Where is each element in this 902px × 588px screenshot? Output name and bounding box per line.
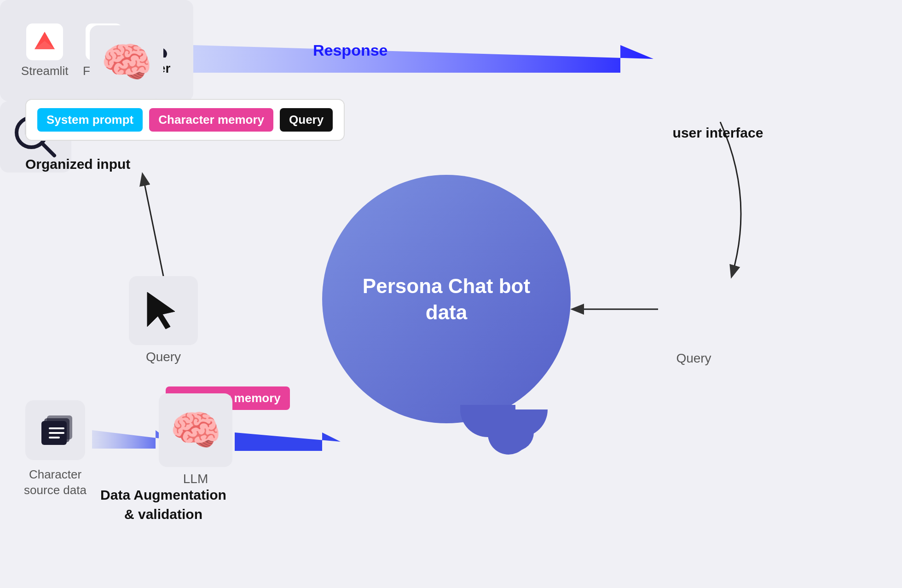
diagram-container: 🧠 LLM Response System prompt Character m… [0, 0, 902, 588]
brain-icon-bottom: 🧠 [170, 406, 221, 455]
svg-marker-7 [235, 432, 341, 451]
svg-marker-4 [193, 45, 653, 73]
streamlit-service: Streamlit [21, 23, 69, 78]
svg-line-5 [143, 175, 163, 276]
svg-marker-6 [92, 430, 168, 449]
char-source-label: Character source data [14, 467, 97, 498]
svg-marker-9 [147, 292, 175, 329]
character-memory-badge-top: Character memory [149, 108, 273, 132]
llm-top-icon-box: 🧠 [90, 25, 163, 99]
data-augmentation-label: Data Augmentation & validation [99, 485, 228, 524]
query-label-right: Query [658, 351, 729, 366]
char-source-icon-box [25, 400, 85, 460]
organized-input-label: Organized input [25, 156, 130, 172]
chat-bubble: Persona Chat botdata [322, 175, 571, 423]
brain-icon-top: 🧠 [101, 38, 152, 86]
streamlit-label: Streamlit [21, 64, 69, 78]
query-label-left: Query [129, 350, 198, 364]
user-interface-label: user interface [621, 125, 815, 141]
query-badge: Query [280, 108, 333, 132]
cursor-icon [140, 288, 186, 334]
llm-bottom-icon-box: 🧠 [159, 393, 232, 467]
chat-bubble-text: Persona Chat botdata [363, 273, 530, 325]
streamlit-icon [26, 23, 63, 60]
llm-bottom-label: LLM [159, 472, 232, 486]
system-prompt-badge: System prompt [37, 108, 143, 132]
response-label: Response [313, 41, 388, 59]
organized-input-container: System prompt Character memory Query [25, 99, 345, 141]
svg-line-24 [42, 143, 54, 156]
document-stack-icon [36, 411, 75, 450]
query-icon-box [129, 276, 198, 345]
